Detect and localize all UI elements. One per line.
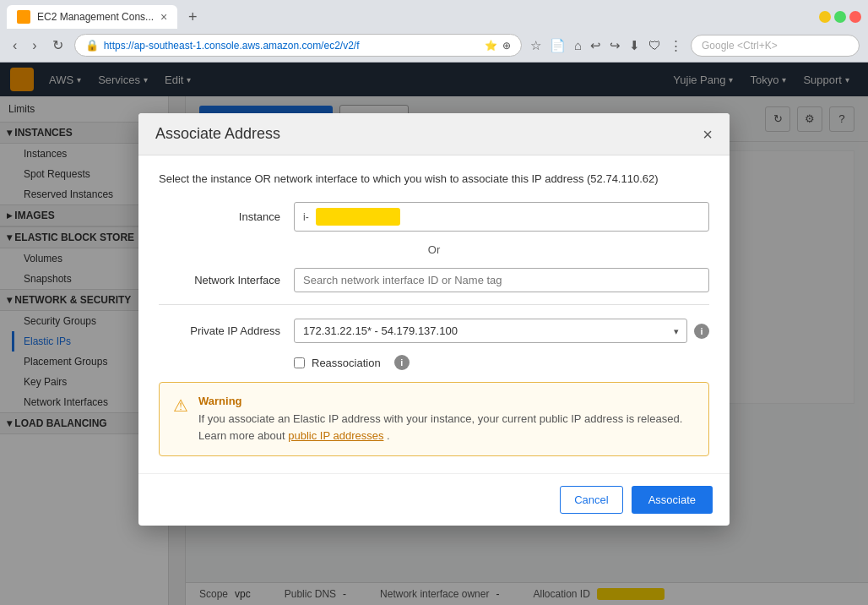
address-text: https://ap-southeast-1.console.aws.amazo… (104, 40, 480, 52)
address-bar[interactable]: 🔒 https://ap-southeast-1.console.aws.ama… (74, 34, 522, 57)
associate-button[interactable]: Associate (632, 486, 713, 514)
browser-search[interactable]: Google <Ctrl+K> (691, 35, 860, 57)
browser-titlebar: EC2 Management Cons... × + − □ × (0, 0, 868, 29)
network-interface-label: Network Interface (159, 274, 294, 286)
instance-prefix: i- (303, 211, 309, 223)
back-nav-icon[interactable]: ↩ (589, 36, 603, 55)
forward-nav-icon[interactable]: ↪ (608, 36, 622, 55)
search-placeholder: Google <Ctrl+K> (702, 40, 778, 52)
browser-toolbar: ‹ › ↻ 🔒 https://ap-southeast-1.console.a… (0, 29, 868, 62)
back-button[interactable]: ‹ (8, 36, 21, 55)
browser-tab[interactable]: EC2 Management Cons... × (7, 5, 177, 29)
main-layout: Limits ▾ INSTANCES Instances Spot Reques… (0, 96, 868, 605)
close-tab-button[interactable]: × (160, 10, 167, 24)
warning-box: ⚠ Warning If you associate an Elastic IP… (159, 382, 709, 456)
maximize-button[interactable]: □ (834, 11, 846, 23)
forward-button[interactable]: › (28, 36, 41, 55)
home-icon[interactable]: ⌂ (572, 36, 583, 54)
modal-title: Associate Address (155, 125, 280, 143)
warning-icon: ⚠ (173, 395, 188, 444)
instance-field-wrap: i- xxxxxxxxx (294, 202, 709, 232)
toolbar-icons: ☆ 📄 ⌂ ↩ ↪ ⬇ 🛡 ⋮ (529, 36, 684, 55)
browser-chrome: EC2 Management Cons... × + − □ × ‹ › ↻ 🔒… (0, 0, 868, 63)
divider (159, 304, 709, 305)
reassociation-label[interactable]: Reassociation (312, 357, 381, 369)
star-icon[interactable]: ☆ (529, 36, 543, 55)
warning-content: Warning If you associate an Elastic IP a… (198, 395, 695, 444)
new-tab-button[interactable]: + (181, 5, 204, 29)
modal-body: Select the instance OR network interface… (138, 155, 730, 473)
reassociation-checkbox[interactable] (294, 357, 305, 368)
warning-text: If you associate an Elastic IP address w… (198, 411, 695, 444)
private-ip-select-wrap: 172.31.22.15* - 54.179.137.100 ▾ (294, 319, 687, 343)
network-interface-row: Network Interface (159, 268, 709, 292)
instance-row: Instance i- xxxxxxxxx (159, 202, 709, 232)
associate-address-modal: Associate Address × Select the instance … (138, 113, 730, 526)
minimize-button[interactable]: − (819, 11, 831, 23)
instance-input[interactable]: i- xxxxxxxxx (294, 202, 709, 232)
download-icon[interactable]: ⬇ (627, 36, 642, 55)
modal-header: Associate Address × (138, 113, 730, 155)
tab-title: EC2 Management Cons... (37, 11, 154, 23)
private-ip-label: Private IP Address (159, 324, 294, 337)
private-ip-info-icon[interactable]: i (694, 324, 709, 339)
modal-close-button[interactable]: × (703, 126, 713, 143)
close-window-button[interactable]: × (849, 11, 861, 23)
or-divider: Or (159, 243, 709, 256)
cancel-button[interactable]: Cancel (560, 486, 622, 514)
page-icon[interactable]: 📄 (548, 36, 567, 55)
modal-description: Select the instance OR network interface… (159, 172, 709, 185)
shield-icon[interactable]: 🛡 (647, 36, 663, 54)
modal-overlay: Associate Address × Select the instance … (0, 63, 868, 605)
window-controls: − □ × (819, 11, 861, 23)
network-interface-input[interactable] (294, 268, 709, 292)
reload-button[interactable]: ↻ (48, 35, 68, 55)
instance-label: Instance (159, 210, 294, 223)
reassociation-info-icon[interactable]: i (394, 355, 410, 370)
warning-link[interactable]: public IP addresses (288, 429, 383, 442)
reassociation-row: Reassociation i (294, 355, 709, 370)
warning-title: Warning (198, 395, 695, 407)
private-ip-row: Private IP Address 172.31.22.15* - 54.17… (159, 319, 709, 343)
modal-footer: Cancel Associate (138, 473, 730, 526)
private-ip-select[interactable]: 172.31.22.15* - 54.179.137.100 (294, 319, 687, 343)
instance-masked-value: xxxxxxxxx (316, 208, 400, 226)
more-icon[interactable]: ⋮ (668, 36, 684, 55)
tab-favicon (17, 10, 30, 24)
